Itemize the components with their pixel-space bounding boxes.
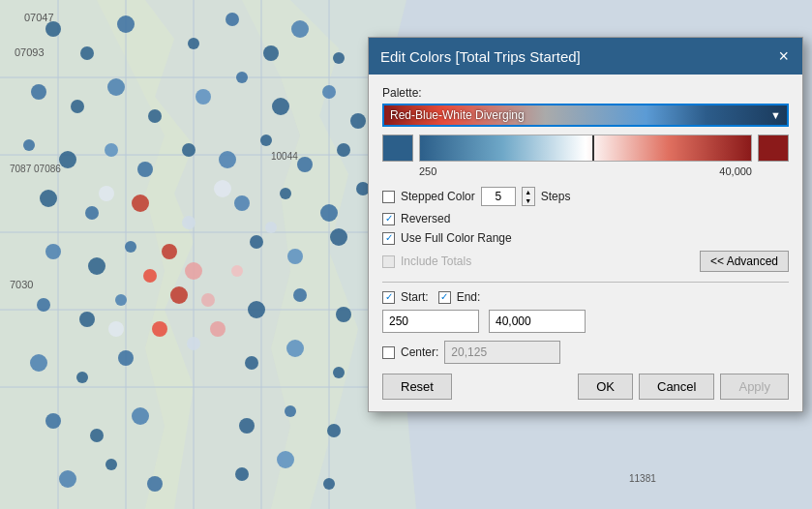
center-checkbox[interactable]: [382, 346, 395, 359]
svg-point-39: [231, 265, 243, 277]
svg-point-65: [76, 372, 88, 383]
reversed-row: Reversed: [382, 212, 789, 225]
palette-select-wrapper: Red-Blue-White Diverging ▼: [382, 104, 789, 127]
svg-point-33: [143, 269, 157, 283]
svg-point-45: [337, 143, 350, 157]
range-max-label: 40,000: [719, 165, 752, 177]
svg-point-72: [132, 407, 149, 425]
left-color-swatch[interactable]: [382, 135, 413, 162]
steps-increment[interactable]: ▲: [523, 188, 534, 196]
svg-point-75: [327, 424, 341, 437]
svg-point-64: [30, 354, 47, 372]
svg-point-79: [235, 467, 249, 481]
steps-input[interactable]: [481, 187, 516, 206]
svg-point-59: [79, 312, 95, 327]
svg-point-46: [40, 190, 57, 207]
svg-point-38: [210, 321, 226, 337]
svg-point-53: [88, 257, 105, 275]
ok-button[interactable]: OK: [578, 374, 633, 400]
svg-point-62: [293, 288, 307, 302]
full-range-label: Use Full Color Range: [401, 231, 512, 245]
close-button[interactable]: ×: [776, 47, 791, 65]
apply-button[interactable]: Apply: [720, 374, 789, 400]
start-end-row: Start: End:: [382, 290, 789, 304]
end-label: End:: [457, 290, 481, 304]
svg-point-37: [201, 293, 215, 307]
svg-point-23: [195, 89, 211, 105]
palette-dropdown[interactable]: Red-Blue-White Diverging ▼: [382, 104, 789, 127]
reset-button[interactable]: Reset: [382, 374, 452, 400]
svg-point-77: [105, 459, 117, 470]
svg-point-68: [286, 340, 304, 357]
edit-colors-dialog: Edit Colors [Total Trips Started] × Pale…: [368, 37, 803, 412]
start-label: Start:: [401, 290, 429, 304]
start-checkbox[interactable]: [382, 291, 395, 304]
svg-point-56: [287, 249, 303, 264]
svg-point-35: [152, 321, 167, 337]
start-value-input[interactable]: [382, 310, 479, 333]
svg-point-60: [115, 294, 127, 306]
svg-point-25: [272, 98, 289, 115]
svg-point-12: [80, 46, 94, 60]
svg-point-17: [291, 20, 309, 38]
steps-decrement[interactable]: ▼: [523, 196, 534, 205]
full-range-checkbox[interactable]: [382, 232, 395, 245]
include-totals-checkbox[interactable]: [382, 255, 395, 268]
steps-spinner[interactable]: ▲ ▼: [522, 187, 535, 206]
svg-point-19: [31, 84, 46, 100]
svg-point-67: [245, 356, 258, 370]
svg-point-18: [333, 52, 345, 64]
dialog-title: Edit Colors [Total Trips Started]: [380, 48, 581, 65]
start-end-inputs-row: [382, 310, 789, 333]
reversed-checkbox[interactable]: [382, 213, 395, 225]
svg-point-71: [90, 429, 104, 442]
svg-point-84: [214, 180, 231, 197]
svg-point-14: [188, 38, 199, 49]
end-checkbox[interactable]: [438, 291, 451, 304]
steps-label: Steps: [541, 190, 571, 203]
svg-point-85: [265, 222, 277, 233]
svg-text:7087 07086: 7087 07086: [10, 164, 61, 174]
svg-point-28: [23, 139, 35, 151]
svg-point-31: [132, 195, 149, 212]
svg-point-70: [45, 413, 61, 429]
end-group: End:: [438, 290, 481, 304]
gradient-bar[interactable]: [419, 135, 752, 162]
svg-point-86: [108, 321, 124, 337]
stepped-color-checkbox[interactable]: [382, 191, 395, 203]
svg-point-20: [71, 100, 84, 113]
svg-point-83: [182, 216, 195, 229]
svg-point-54: [125, 241, 136, 253]
separator: [382, 282, 789, 283]
svg-point-55: [250, 235, 263, 249]
svg-point-61: [248, 301, 265, 318]
svg-point-24: [236, 72, 248, 83]
center-row: Center:: [382, 341, 789, 364]
gradient-handle[interactable]: [592, 135, 594, 161]
stepped-color-row: Stepped Color ▲ ▼ Steps: [382, 187, 789, 206]
stepped-color-label: Stepped Color: [401, 190, 475, 203]
range-labels: 250 40,000: [382, 165, 789, 177]
svg-point-27: [350, 113, 366, 129]
palette-label: Palette:: [382, 86, 789, 100]
svg-point-21: [107, 78, 125, 96]
cancel-button[interactable]: Cancel: [639, 374, 714, 400]
svg-point-80: [277, 451, 294, 468]
svg-point-66: [118, 350, 134, 366]
svg-point-47: [85, 206, 99, 220]
right-color-swatch[interactable]: [758, 135, 789, 162]
advanced-button[interactable]: << Advanced: [700, 251, 789, 272]
svg-point-76: [59, 470, 76, 488]
end-value-input[interactable]: [489, 310, 586, 333]
dialog-body: Palette: Red-Blue-White Diverging ▼ 250 …: [369, 75, 802, 411]
svg-point-63: [336, 307, 351, 322]
action-row: Reset OK Cancel Apply: [382, 374, 789, 400]
dialog-titlebar: Edit Colors [Total Trips Started] ×: [369, 38, 802, 75]
range-min-label: 250: [419, 165, 436, 177]
include-totals-label: Include Totals: [401, 254, 471, 268]
svg-text:07093: 07093: [15, 46, 45, 58]
start-group: Start:: [382, 290, 429, 304]
svg-text:07047: 07047: [24, 12, 54, 23]
svg-point-42: [219, 151, 236, 168]
svg-text:10044: 10044: [271, 151, 298, 162]
